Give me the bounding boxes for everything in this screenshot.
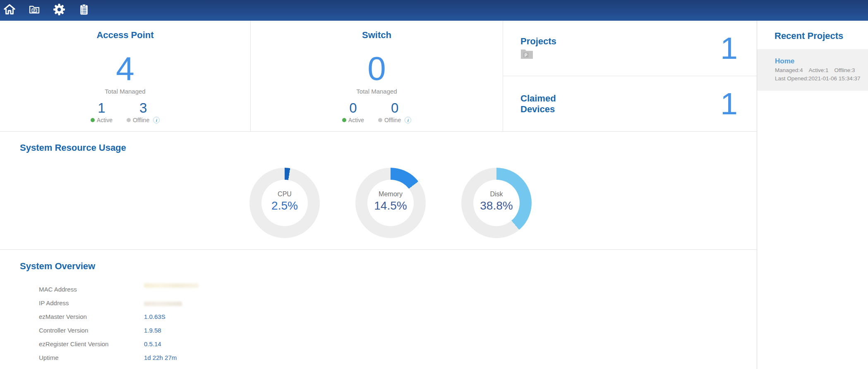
cpu-usage-value: 2.5% xyxy=(271,199,298,212)
access-point-card[interactable]: Access Point 4 Total Managed 1 Active 3 xyxy=(0,21,251,131)
switch-card[interactable]: Switch 0 Total Managed 0 Active 0 xyxy=(251,21,503,131)
controller-version-label: Controller Version xyxy=(20,327,144,334)
svg-text:P: P xyxy=(525,53,528,57)
memory-label: Memory xyxy=(379,191,403,198)
project-offline-count: Offline:3 xyxy=(834,66,855,75)
project-stats-line: Managed:4 Active:1 Offline:3 xyxy=(775,66,864,75)
cpu-label: CPU xyxy=(278,191,292,198)
uptime-value: 1d 22h 27m xyxy=(144,354,177,361)
project-link-home[interactable]: Home xyxy=(775,58,864,65)
controller-version-value: 1.9.58 xyxy=(144,327,161,334)
ezmaster-version-value: 1.0.63S xyxy=(144,313,165,320)
claimed-devices-card[interactable]: Claimed Devices 1 xyxy=(503,76,757,131)
logs-nav-button[interactable] xyxy=(77,3,91,18)
info-icon[interactable]: i xyxy=(405,117,411,123)
access-point-offline-count: 3 xyxy=(139,101,147,115)
system-overview-table: MAC Address IP Address xyxy=(20,282,757,364)
table-row: IP Address xyxy=(20,296,757,310)
settings-gear-icon xyxy=(53,3,66,18)
projects-nav-button[interactable]: P xyxy=(27,3,41,18)
memory-donut-chart: Memory 14.5% xyxy=(355,168,426,238)
recent-projects-sidebar: Recent Projects Home Managed:4 Active:1 … xyxy=(757,21,868,369)
projects-folder-icon: P xyxy=(28,4,41,17)
access-point-stats: 1 Active 3 Offline i xyxy=(0,101,250,123)
project-managed-count: Managed:4 xyxy=(775,66,803,75)
offline-status-dot xyxy=(378,118,382,122)
uptime-label: Uptime xyxy=(20,354,144,361)
active-label: Active xyxy=(97,117,113,123)
offline-label: Offline xyxy=(133,117,149,123)
access-point-offline-stat: 3 Offline i xyxy=(127,101,160,123)
switch-offline-count: 0 xyxy=(391,101,398,115)
disk-donut-chart: Disk 38.8% xyxy=(461,168,532,238)
table-row: Uptime 1d 22h 27m xyxy=(20,351,757,364)
project-last-opened: Last Opened:2021-01-06 15:34:37 xyxy=(775,75,864,83)
top-navbar: P xyxy=(0,0,868,21)
redacted-mac-value xyxy=(144,283,199,288)
ezregister-version-label: ezRegister Client Version xyxy=(20,340,144,347)
switch-stats: 0 Active 0 Offline i xyxy=(251,101,503,123)
table-row: MAC Address xyxy=(20,282,757,296)
projects-title: Projects xyxy=(520,36,556,47)
offline-status-dot xyxy=(127,118,131,122)
memory-usage-value: 14.5% xyxy=(374,199,407,212)
recent-project-item[interactable]: Home Managed:4 Active:1 Offline:3 Last O… xyxy=(757,49,868,91)
access-point-total: 4 xyxy=(0,54,250,84)
settings-nav-button[interactable] xyxy=(52,3,66,18)
switch-offline-stat: 0 Offline i xyxy=(378,101,411,123)
switch-active-stat: 0 Active xyxy=(342,101,364,123)
active-status-dot xyxy=(91,118,95,122)
ezregister-version-value: 0.5.14 xyxy=(144,340,161,347)
table-row: ezRegister Client Version 0.5.14 xyxy=(20,337,757,351)
system-resource-usage-section: System Resource Usage CPU 2.5% Memory 14… xyxy=(0,132,757,250)
device-summary-row: Access Point 4 Total Managed 1 Active 3 xyxy=(0,21,757,132)
table-row: ezMaster Version 1.0.63S xyxy=(20,310,757,323)
app-root: P xyxy=(0,0,868,369)
claimed-devices-count: 1 xyxy=(720,88,738,119)
ezmaster-version-label: ezMaster Version xyxy=(20,313,144,320)
info-icon[interactable]: i xyxy=(153,117,160,123)
mac-address-label: MAC Address xyxy=(20,286,144,293)
home-icon xyxy=(3,3,16,17)
projects-column: Projects P 1 Claimed xyxy=(503,21,757,131)
switch-title: Switch xyxy=(251,30,503,41)
ip-address-label: IP Address xyxy=(20,299,144,306)
system-overview-title: System Overview xyxy=(20,261,757,272)
disk-label: Disk xyxy=(490,191,503,198)
system-overview-section: System Overview MAC Address IP Address xyxy=(0,250,757,364)
cpu-donut-chart: CPU 2.5% xyxy=(249,168,320,238)
project-folder-icon: P xyxy=(520,48,556,61)
logs-clipboard-icon xyxy=(78,3,90,17)
projects-card[interactable]: Projects P 1 xyxy=(503,21,757,76)
project-active-count: Active:1 xyxy=(809,66,829,75)
access-point-title: Access Point xyxy=(0,30,250,41)
claimed-devices-title: Claimed Devices xyxy=(520,93,566,115)
offline-label: Offline xyxy=(384,117,401,123)
access-point-active-stat: 1 Active xyxy=(91,101,113,123)
active-status-dot xyxy=(342,118,346,122)
page-body: Access Point 4 Total Managed 1 Active 3 xyxy=(0,21,868,369)
access-point-total-label: Total Managed xyxy=(0,88,250,95)
redacted-ip-value xyxy=(144,301,182,306)
switch-total: 0 xyxy=(251,54,503,84)
projects-count: 1 xyxy=(720,33,738,64)
home-nav-button[interactable] xyxy=(2,3,17,18)
switch-active-count: 0 xyxy=(349,101,357,115)
switch-total-label: Total Managed xyxy=(251,88,503,95)
table-row: Controller Version 1.9.58 xyxy=(20,323,757,337)
resource-usage-title: System Resource Usage xyxy=(20,142,757,153)
disk-usage-value: 38.8% xyxy=(480,199,513,212)
main-content: Access Point 4 Total Managed 1 Active 3 xyxy=(0,21,757,369)
resource-donuts: CPU 2.5% Memory 14.5% Disk 38.8% xyxy=(249,168,757,238)
recent-projects-title: Recent Projects xyxy=(757,31,868,41)
svg-text:P: P xyxy=(33,9,35,12)
active-label: Active xyxy=(348,117,364,123)
access-point-active-count: 1 xyxy=(98,101,105,115)
